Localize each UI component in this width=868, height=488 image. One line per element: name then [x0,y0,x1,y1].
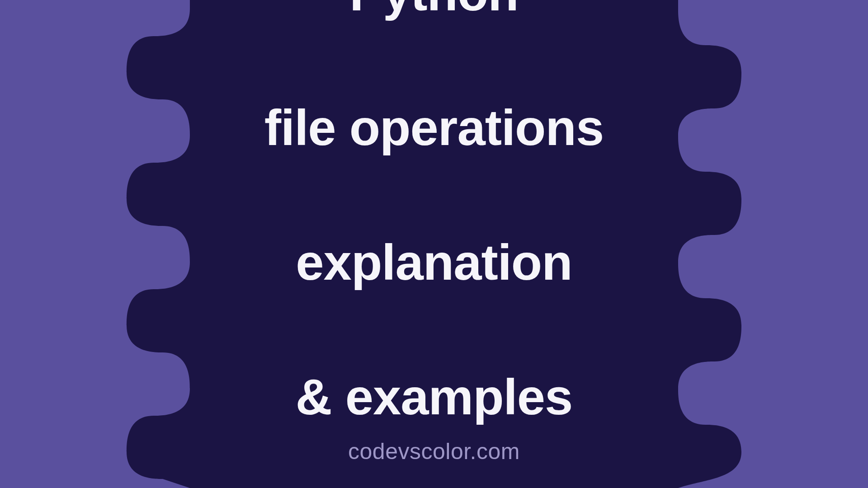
title-line-1: Python [264,0,604,27]
title-line-4: & examples [264,364,604,431]
hero-title: Python file operations explanation & exa… [264,0,604,488]
site-name: codevscolor.com [348,438,520,465]
title-line-2: file operations [264,94,604,162]
title-line-3: explanation [264,229,604,296]
